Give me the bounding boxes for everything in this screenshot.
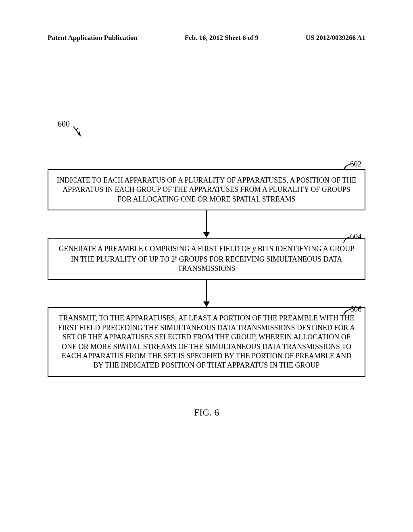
header-doc-number: US 2012/0039266 A1 [306,34,365,42]
flow-connector [48,280,365,307]
ref-arrow-icon [72,125,84,141]
header-publication: Patent Application Publication [48,34,138,42]
flow-step-606: TRANSMIT, TO THE APPARATUSES, AT LEAST A… [48,307,365,376]
flow-step-604: GENERATE A PREAMBLE COMPRISING A FIRST F… [48,238,365,280]
arrow-down-icon [203,232,210,238]
flow-ref-600: 600 [58,119,70,129]
flow-step-602: INDICATE TO EACH APPARATUS OF A PLURALIT… [48,169,365,210]
flow-step-604-text: GENERATE A PREAMBLE COMPRISING A FIRST F… [56,244,357,273]
header-sheet: Feb. 16, 2012 Sheet 6 of 9 [185,34,259,42]
arrow-down-icon [203,301,210,307]
figure-label: FIG. 6 [0,407,413,418]
flow-step-602-text: INDICATE TO EACH APPARATUS OF A PLURALIT… [56,176,357,204]
flow-step-606-text: TRANSMIT, TO THE APPARATUSES, AT LEAST A… [56,314,357,370]
box-ref-602: 602 [350,160,362,168]
flow-connector [48,210,365,238]
svg-line-2 [76,128,78,130]
flowchart: INDICATE TO EACH APPARATUS OF A PLURALIT… [48,169,365,377]
